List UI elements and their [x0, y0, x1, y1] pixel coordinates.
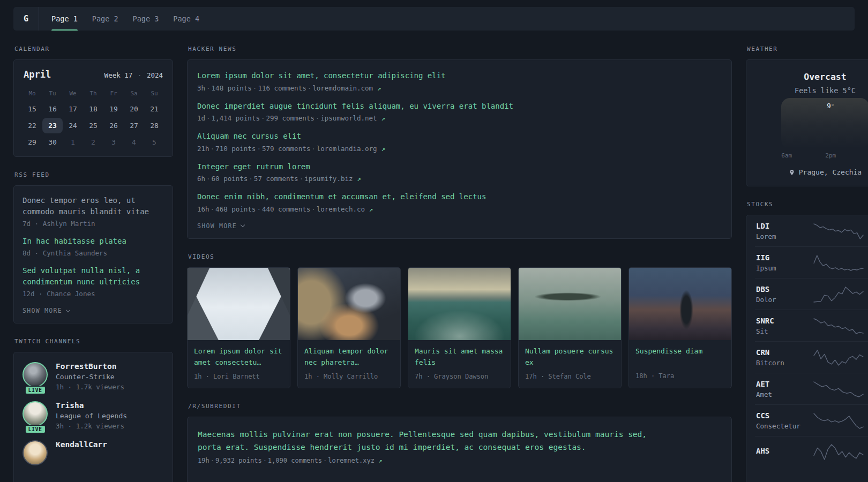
dashboard-content: CALENDAR April Week 17 · 2024 MoTuWeThFr… [0, 31, 868, 482]
rss-widget: RSS FEED Donec tempor eros leo, ut commo… [13, 171, 173, 323]
weather-axis: 6am2pm10pm [759, 152, 868, 160]
hackernews-show-more-button[interactable]: SHOW MORE [197, 222, 722, 230]
video-card[interactable]: Mauris sit amet massa felis 7h · Grayson… [408, 267, 511, 388]
sparkline-chart [813, 222, 864, 240]
separator-dot: · [137, 71, 143, 79]
hackernews-item-title[interactable]: Integer eget rutrum lorem [197, 162, 722, 172]
page-tab[interactable]: Page 3 [133, 7, 159, 31]
calendar-card: April Week 17 · 2024 MoTuWeThFrSaSu15161… [13, 59, 173, 157]
hackernews-item-meta: 3h·148 points·116 comments·loremdomain.c… [197, 84, 722, 92]
twitch-channel-row[interactable]: LIVE Trisha League of Legends 3h · 1.2k … [23, 401, 164, 430]
rss-item-title[interactable]: Sed volutpat nulla nisl, a condimentum n… [23, 265, 164, 288]
post-age: 19h [198, 457, 209, 464]
stock-row[interactable]: DBS Dolor +1.42% $156.28 [755, 278, 868, 310]
hackernews-item-title[interactable]: Lorem ipsum dolor sit amet, consectetur … [197, 71, 722, 81]
stock-row[interactable]: SNRC Sit +1.36% $148.64 [755, 310, 868, 341]
twitch-channel-name: KendallCarr [56, 440, 107, 449]
weather-axis-label: 6am [781, 152, 792, 159]
item-age: 1d [197, 114, 205, 122]
hackernews-card: Lorem ipsum dolor sit amet, consectetur … [187, 59, 732, 239]
item-domain-link[interactable]: loremtech.co ↗ [317, 205, 373, 213]
subreddit-post-title[interactable]: Maecenas mollis pulvinar erat non posuer… [198, 428, 648, 454]
hackernews-item-meta: 1d·1,414 points·299 comments·ipsumworld.… [197, 114, 722, 122]
item-domain-link[interactable]: ipsumify.biz ↗ [304, 175, 361, 183]
rss-item-meta: 7d · Ashlyn Martin [23, 220, 164, 228]
weather-axis-label: 2pm [825, 152, 836, 159]
video-card[interactable]: Nullam posuere cursus ex 17h · Stefan Co… [518, 267, 622, 388]
rss-show-more-button[interactable]: SHOW MORE [23, 307, 164, 314]
twitch-channel-row[interactable]: KendallCarr [23, 440, 164, 465]
stock-row[interactable]: CCS Consectetur +0.51% $165.84 [755, 404, 868, 436]
stock-sparkline [813, 412, 864, 430]
page-tab[interactable]: Page 4 [173, 7, 199, 31]
app-logo[interactable]: G [13, 7, 39, 31]
page-tab[interactable]: Page 1 [51, 7, 78, 31]
weather-card: Overcast Feels like 5°C 9° 6am2pm10pm Pr… [746, 59, 868, 186]
stock-sparkline [813, 317, 864, 335]
show-more-label: SHOW MORE [197, 222, 237, 230]
page-tab-label: Page 2 [92, 14, 118, 23]
external-link-icon: ↗ [378, 457, 382, 464]
item-domain-link[interactable]: loremdomain.com ↗ [312, 84, 381, 92]
separator-dot: · [248, 175, 254, 183]
calendar-day-cell: 27 [124, 118, 144, 133]
video-title: Lorem ipsum dolor sit amet consectetu… [194, 346, 283, 368]
calendar-day-cell: 18 [83, 101, 103, 117]
page-tab[interactable]: Page 2 [92, 7, 118, 31]
calendar-day-cell: 4 [124, 134, 144, 150]
item-domain: ipsumworld.net [320, 114, 377, 122]
hackernews-item-title[interactable]: Aliquam nec cursus elit [197, 131, 722, 142]
post-domain-link[interactable]: loremnet.xyz ↗ [328, 457, 382, 464]
stock-identity: AET Amet [756, 380, 809, 398]
calendar-day-cell: 15 [22, 101, 42, 117]
stocks-section-title: STOCKS [747, 201, 868, 208]
hackernews-item-title[interactable]: Donec enim nibh, condimentum et accumsan… [197, 192, 722, 202]
stock-row[interactable]: AET Amet +0.92% $499.72 [755, 373, 868, 404]
rss-item-title[interactable]: Donec tempor eros leo, ut commodo mauris… [23, 195, 164, 217]
page-tabs: Page 1Page 2Page 3Page 4 [39, 7, 199, 31]
twitch-channel-name: ForrestBurton [56, 362, 124, 371]
calendar-day-cell: 5 [144, 134, 164, 150]
hackernews-item-meta: 6h·60 points·57 comments·ipsumify.biz ↗ [197, 175, 722, 183]
stock-name: Bitcorn [756, 359, 809, 367]
stock-identity: SNRC Sit [756, 317, 809, 335]
rss-card: Donec tempor eros leo, ut commodo mauris… [13, 185, 173, 323]
video-card-body: Lorem ipsum dolor sit amet consectetu… 1… [188, 340, 290, 388]
calendar-day-cell: 1 [63, 134, 83, 150]
stock-ticker: SNRC [756, 317, 809, 325]
weather-section-title: WEATHER [747, 46, 868, 52]
stock-row[interactable]: IIG Ipsum +2.84% $42.04 [755, 246, 868, 278]
calendar-weekday-label: Fr [103, 87, 124, 100]
video-title: Nullam posuere cursus ex [525, 346, 615, 368]
hackernews-section-title: HACKER NEWS [188, 46, 732, 52]
calendar-weekday-label: Th [83, 87, 103, 100]
stocks-card: LDI Lorem +4.35% $795.18 IIG Ipsum +2.84… [746, 215, 868, 482]
rss-item-title[interactable]: In hac habitasse platea [23, 236, 164, 247]
stock-name: Dolor [756, 296, 809, 304]
rss-item: Donec tempor eros leo, ut commodo mauris… [23, 195, 164, 228]
subreddit-section-title: /R/SUBREDDIT [188, 403, 732, 410]
stock-row[interactable]: LDI Lorem +4.35% $795.18 [755, 215, 868, 246]
hackernews-item-title[interactable]: Donec imperdiet augue tincidunt felis al… [197, 101, 722, 112]
rss-item-meta: 12d · Chance Jones [23, 290, 164, 298]
calendar-day-cell: 22 [22, 118, 42, 133]
external-link-icon: ↗ [377, 84, 381, 92]
item-domain: loremlandia.org [317, 145, 377, 153]
item-age: 16h [197, 205, 209, 213]
twitch-channel-info: Trisha League of Legends 3h · 1.2k viewe… [56, 401, 127, 430]
hackernews-item: Aliquam nec cursus elit 21h·710 points·5… [197, 131, 722, 153]
video-card[interactable]: Aliquam tempor dolor nec pharetra… 1h · … [297, 267, 401, 388]
item-domain-link[interactable]: ipsumworld.net ↗ [320, 114, 385, 122]
external-link-icon: ↗ [357, 175, 361, 183]
weather-location: Prague, Czechia [759, 168, 868, 176]
calendar-header: April Week 17 · 2024 [22, 69, 164, 80]
calendar-day-cell: 23 [42, 118, 63, 133]
item-domain: loremtech.co [317, 205, 365, 213]
stock-row[interactable]: AHS +0.46% [755, 436, 868, 467]
video-card[interactable]: Lorem ipsum dolor sit amet consectetu… 1… [187, 267, 290, 388]
video-card[interactable]: Suspendisse diam 18h · Tara [628, 267, 732, 388]
stock-row[interactable]: CRN Bitcorn -1.00% $66,171.48 [755, 341, 868, 373]
calendar-day-cell: 29 [22, 134, 42, 150]
item-domain-link[interactable]: loremlandia.org ↗ [317, 145, 385, 153]
twitch-channel-row[interactable]: LIVE ForrestBurton Counter-Strike 1h · 1… [23, 362, 164, 391]
